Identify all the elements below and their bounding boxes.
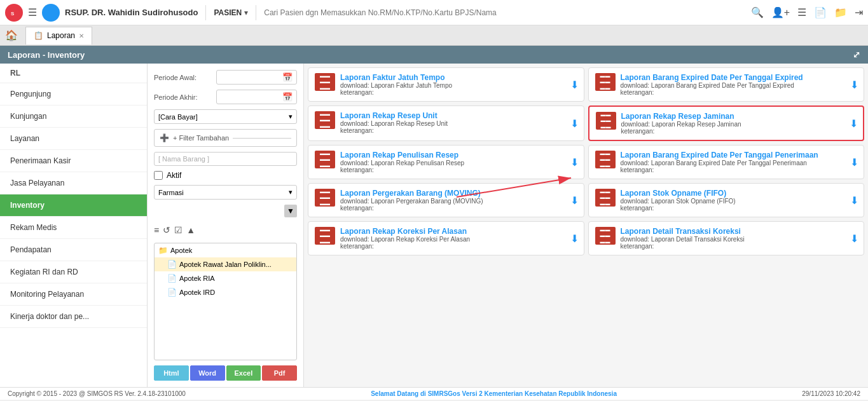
sidebar-item-kunjungan[interactable]: Kunjungan: [0, 105, 147, 128]
sidebar-item-penerimaan-kasir[interactable]: Penerimaan Kasir: [0, 150, 147, 172]
periode-awal-field[interactable]: 01-10-2023 📅: [216, 70, 297, 85]
home-icon[interactable]: 🏠: [5, 29, 18, 41]
folder-icon: 📁: [158, 246, 168, 255]
folder-icon[interactable]: 📁: [834, 6, 847, 18]
farmasi-arrow: ▾: [289, 188, 293, 196]
tabbar: 🏠 📋 Laporan ✕: [0, 25, 868, 46]
section-title: Laporan - Inventory: [8, 50, 85, 60]
report-card-download-icon-rekap-koreksi[interactable]: ⬇: [570, 233, 579, 245]
report-card-keterangan-rekap-resep-unit: keterangan:: [340, 127, 577, 134]
list-icon[interactable]: ☰: [797, 6, 806, 18]
sidebar-item-kegiatan-ri-rd[interactable]: Kegiatan RI dan RD: [0, 261, 147, 283]
report-card-rekap-resep-unit[interactable]: ▬▬▬▬▬▬ Laporan Rekap Resep Unit download…: [308, 105, 584, 141]
expand-icon[interactable]: ⤢: [853, 50, 860, 60]
periode-awal-input[interactable]: 01-10-2023: [221, 74, 282, 81]
report-card-download-icon-faktur-jatuh-tempo[interactable]: ⬇: [570, 79, 579, 91]
report-card-faktur-jatuh-tempo[interactable]: ▬▬▬▬▬▬ Laporan Faktur Jatuh Tempo downlo…: [308, 67, 584, 102]
periode-awal-calendar-icon[interactable]: 📅: [282, 72, 293, 82]
report-card-rekap-koreksi[interactable]: ▬▬▬▬▬▬ Laporan Rekap Koreksi Per Alasan …: [308, 221, 584, 255]
sidebar-item-rekam-medis[interactable]: Rekam Medis: [0, 217, 147, 239]
sidebar-item-kinerja[interactable]: Kinerja doktor dan pe...: [0, 306, 147, 328]
report-card-content-barang-expired-tanggal: Laporan Barang Expired Date Per Tanggal …: [621, 73, 858, 96]
tab-icon: 📋: [34, 31, 43, 40]
farmasi-dropdown[interactable]: Farmasi ▾: [154, 185, 297, 200]
logout-icon[interactable]: ⇥: [855, 6, 863, 18]
cara-bayar-dropdown[interactable]: [Cara Bayar] ▾: [154, 109, 297, 124]
sidebar-item-pengunjung[interactable]: Pengunjung: [0, 83, 147, 105]
aktif-checkbox[interactable]: [154, 171, 163, 180]
report-card-stok-opname[interactable]: ▬▬▬▬▬▬ Laporan Stok Opname (FIFO) downlo…: [588, 183, 865, 217]
add-user-icon[interactable]: 👤+: [771, 6, 790, 18]
report-card-title-detail-transaksi-koreksi: Laporan Detail Transaksi Koreksi: [621, 227, 858, 236]
report-card-download-icon-stok-opname[interactable]: ⬇: [850, 194, 858, 207]
excel-button[interactable]: Excel: [226, 365, 261, 381]
report-card-download-icon-barang-expired-tanggal[interactable]: ⬇: [850, 79, 858, 91]
patient-dropdown-arrow[interactable]: ▾: [244, 8, 248, 17]
report-card-download-pergerakan-barang: download: Laporan Pergerakan Barang (MOV…: [340, 198, 577, 205]
menu-icon[interactable]: ☰: [28, 6, 37, 18]
tree-toolbar: ≡ ↺ ☑ ▲: [154, 222, 297, 238]
tree-item-apotek-rawat-jalan[interactable]: 📄 Apotek Rawat Jalan Poliklin...: [155, 257, 296, 271]
periode-akhir-calendar-icon[interactable]: 📅: [282, 92, 293, 102]
sidebar-item-jasa-pelayanan[interactable]: Jasa Pelayanan: [0, 172, 147, 194]
report-card-download-icon-rekap-penulisan-resep[interactable]: ⬇: [570, 156, 579, 168]
report-card-rekap-penulisan-resep[interactable]: ▬▬▬▬▬▬ Laporan Rekap Penulisan Resep dow…: [308, 145, 584, 179]
report-card-download-barang-expired-tanggal: download: Laporan Barang Expired Date Pe…: [621, 82, 858, 89]
tab-laporan[interactable]: 📋 Laporan ✕: [25, 27, 92, 44]
report-card-rekap-resep-jaminan[interactable]: ▬▬▬▬▬▬ Laporan Rekap Resep Jaminan downl…: [588, 105, 865, 141]
report-card-download-rekap-penulisan-resep: download: Laporan Rekap Penulisan Resep: [340, 160, 577, 167]
sidebar-item-pendapatan[interactable]: Pendapatan: [0, 239, 147, 261]
report-card-pergerakan-barang[interactable]: ▬▬▬▬▬▬ Laporan Pergerakan Barang (MOVING…: [308, 183, 584, 217]
tree-item-apotek-ria[interactable]: 📄 Apotek RIA: [155, 271, 296, 285]
list-view-icon[interactable]: ≡: [154, 225, 159, 235]
report-card-title-faktur-jatuh-tempo: Laporan Faktur Jatuh Tempo: [340, 73, 577, 82]
sidebar-item-layanan[interactable]: Layanan: [0, 128, 147, 150]
tree-item-ird-label: Apotek IRD: [179, 289, 215, 296]
report-card-download-icon-barang-expired-penerimaan[interactable]: ⬇: [850, 156, 858, 168]
periode-akhir-input[interactable]: 31-10-2023: [221, 93, 282, 101]
refresh-icon[interactable]: ↺: [163, 225, 170, 235]
expand-button[interactable]: ▼: [284, 205, 297, 217]
report-card-detail-transaksi-koreksi[interactable]: ▬▬▬▬▬▬ Laporan Detail Transaksi Koreksi …: [588, 221, 865, 255]
word-button[interactable]: Word: [190, 365, 225, 381]
svg-text:S: S: [11, 11, 15, 17]
filter-tambahan-section[interactable]: ➕ + Filter Tambahan: [154, 129, 297, 147]
report-card-keterangan-pergerakan-barang: keterangan:: [340, 205, 577, 212]
report-card-download-icon-rekap-resep-jaminan[interactable]: ⬇: [850, 118, 858, 130]
report-card-download-rekap-resep-jaminan: download: Laporan Rekap Resep Jaminan: [621, 121, 857, 128]
report-card-download-icon-detail-transaksi-koreksi[interactable]: ⬇: [850, 233, 858, 245]
hospital-logo: [42, 4, 60, 22]
topbar-icons: 🔍 👤+ ☰ 📄 📁 ⇥: [751, 6, 863, 18]
search-icon[interactable]: 🔍: [751, 6, 764, 18]
pdf-button[interactable]: Pdf: [262, 365, 297, 381]
nama-barang-field[interactable]: [ Nama Barang ]: [154, 152, 297, 166]
html-button[interactable]: Html: [154, 365, 189, 381]
sidebar-item-monitoring[interactable]: Monitoring Pelayanan: [0, 283, 147, 306]
patient-selector[interactable]: PASIEN ▾: [214, 8, 248, 17]
report-card-icon-stok-opname: ▬▬▬▬▬▬: [595, 189, 616, 207]
footer-datetime: 29/11/2023 10:20:42: [802, 390, 860, 397]
report-card-keterangan-faktur-jatuh-tempo: keterangan:: [340, 89, 577, 96]
file-icon-ird: 📄: [167, 288, 177, 297]
report-card-barang-expired-tanggal[interactable]: ▬▬▬▬▬▬ Laporan Barang Expired Date Per T…: [588, 67, 865, 102]
search-input[interactable]: [264, 8, 745, 17]
check-icon[interactable]: ☑: [174, 225, 183, 235]
sidebar-item-inventory[interactable]: Inventory: [0, 194, 147, 217]
tab-close-icon[interactable]: ✕: [79, 32, 84, 39]
report-card-content-barang-expired-penerimaan: Laporan Barang Expired Date Per Tanggal …: [621, 151, 858, 173]
report-card-download-icon-pergerakan-barang[interactable]: ⬇: [570, 194, 579, 207]
document-icon[interactable]: 📄: [814, 6, 827, 18]
patient-label: PASIEN: [214, 8, 242, 17]
footer: Copyright © 2015 - 2023 @ SIMGOS RS Ver.…: [0, 387, 868, 400]
periode-awal-row: Periode Awal: 01-10-2023 📅: [154, 70, 297, 85]
tree-item-apotek-ird[interactable]: 📄 Apotek IRD: [155, 285, 296, 299]
expand-tree-icon[interactable]: ▲: [186, 225, 195, 235]
tree-item-apotek[interactable]: 📁 Apotek: [155, 243, 296, 257]
periode-akhir-field[interactable]: 31-10-2023 📅: [216, 90, 297, 104]
report-card-download-icon-rekap-resep-unit[interactable]: ⬇: [570, 118, 579, 130]
section-header: Laporan - Inventory ⤢: [0, 46, 868, 64]
cara-bayar-arrow: ▾: [289, 112, 293, 121]
report-card-barang-expired-penerimaan[interactable]: ▬▬▬▬▬▬ Laporan Barang Expired Date Per T…: [588, 145, 865, 179]
report-card-icon-pergerakan-barang: ▬▬▬▬▬▬: [315, 189, 335, 207]
hospital-name: RSUP. DR. Wahidin Sudirohusodo: [65, 8, 198, 17]
